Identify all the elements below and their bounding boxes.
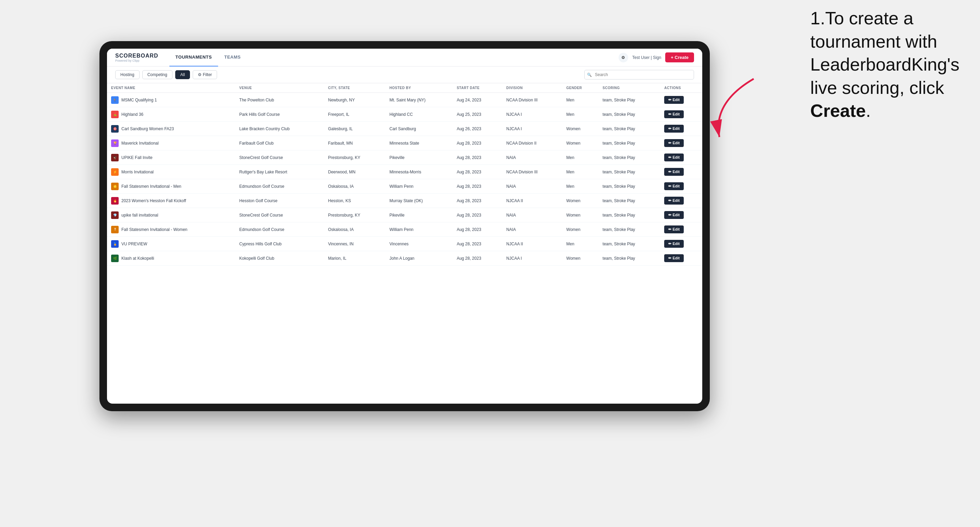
create-button[interactable]: + Create [665, 52, 694, 62]
hosted-by-cell: William Penn [385, 179, 453, 194]
actions-cell: ✏ Edit [660, 222, 702, 237]
division-cell: NAIA [502, 179, 562, 194]
competing-filter-btn[interactable]: Competing [142, 70, 172, 79]
event-name: Maverick Invitational [121, 141, 159, 146]
hosted-by-cell: Highland CC [385, 107, 453, 122]
user-text: Test User | Sign [632, 55, 661, 60]
date-cell: Aug 28, 2023 [453, 237, 502, 251]
venue-cell: Ruttger's Bay Lake Resort [235, 165, 324, 179]
event-name: Highland 36 [121, 112, 143, 117]
col-header-gender: GENDER [562, 83, 599, 93]
gender-cell: Men [562, 107, 599, 122]
settings-icon-btn[interactable]: ⚙ [619, 53, 628, 62]
event-name: MSMC Qualifying 1 [121, 98, 157, 102]
tablet-frame: SCOREBOARD Powered by Clipp TOURNAMENTS … [99, 41, 710, 411]
event-name-cell: 🦅 UPIKE Fall Invite [107, 151, 235, 165]
venue-cell: Edmundson Golf Course [235, 222, 324, 237]
gender-cell: Men [562, 237, 599, 251]
col-header-division: DIVISION [502, 83, 562, 93]
edit-button[interactable]: ✏ Edit [664, 197, 684, 205]
event-name: Morris Invitational [121, 170, 154, 175]
venue-cell: Park Hills Golf Course [235, 107, 324, 122]
gender-cell: Women [562, 222, 599, 237]
scoring-cell: team, Stroke Play [598, 151, 660, 165]
table-row: 🏆 Maverick Invitational Faribault Golf C… [107, 136, 702, 151]
gender-cell: Men [562, 151, 599, 165]
team-logo: 💎 [111, 211, 119, 219]
search-input[interactable] [584, 70, 694, 79]
gender-cell: Women [562, 194, 599, 208]
actions-cell: ✏ Edit [660, 179, 702, 194]
team-logo: 🏆 [111, 140, 119, 147]
actions-cell: ✏ Edit [660, 208, 702, 222]
hosted-by-cell: John A Logan [385, 251, 453, 265]
division-cell: NJCAA I [502, 122, 562, 136]
hosting-filter-btn[interactable]: Hosting [115, 70, 140, 79]
event-name: 2023 Women's Hesston Fall Kickoff [121, 198, 186, 203]
nav-link-tournaments[interactable]: TOURNAMENTS [169, 49, 218, 67]
date-cell: Aug 28, 2023 [453, 165, 502, 179]
date-cell: Aug 28, 2023 [453, 151, 502, 165]
actions-cell: ✏ Edit [660, 251, 702, 265]
edit-button[interactable]: ✏ Edit [664, 254, 684, 262]
division-cell: NCAA Division II [502, 136, 562, 151]
venue-cell: StoneCrest Golf Course [235, 208, 324, 222]
event-name-cell: 🏆 Maverick Invitational [107, 136, 235, 151]
team-logo: 🦅 [111, 154, 119, 161]
edit-button[interactable]: ✏ Edit [664, 139, 684, 147]
edit-button[interactable]: ✏ Edit [664, 182, 684, 190]
event-name-cell: 🌿 Klash at Kokopelli [107, 251, 235, 265]
date-cell: Aug 26, 2023 [453, 122, 502, 136]
table-row: 🌟 Fall Statesmen Invitational - Men Edmu… [107, 179, 702, 194]
logo-text: SCOREBOARD [115, 53, 158, 59]
city-cell: Oskaloosa, IA [324, 179, 385, 194]
date-cell: Aug 24, 2023 [453, 93, 502, 107]
actions-cell: ✏ Edit [660, 165, 702, 179]
edit-button[interactable]: ✏ Edit [664, 225, 684, 233]
event-name: UPIKE Fall Invite [121, 155, 153, 160]
team-logo: ⚡ [111, 168, 119, 176]
all-filter-btn[interactable]: All [175, 70, 190, 79]
hosted-by-cell: Vincennes [385, 237, 453, 251]
logo-sub: Powered by Clipp [115, 59, 158, 62]
venue-cell: Faribault Golf Club [235, 136, 324, 151]
scoring-cell: team, Stroke Play [598, 93, 660, 107]
event-name: VU PREVIEW [121, 241, 147, 246]
division-cell: NAIA [502, 151, 562, 165]
division-cell: NCAA Division III [502, 165, 562, 179]
table-row: 🏅 VU PREVIEW Cypress Hills Golf ClubVinc… [107, 237, 702, 251]
venue-cell: Hesston Golf Course [235, 194, 324, 208]
edit-button[interactable]: ✏ Edit [664, 125, 684, 133]
division-cell: NAIA [502, 208, 562, 222]
team-logo: 🎖 [111, 226, 119, 233]
table-row: ⚡ Morris Invitational Ruttger's Bay Lake… [107, 165, 702, 179]
hosted-by-cell: Mt. Saint Mary (NY) [385, 93, 453, 107]
edit-button[interactable]: ✏ Edit [664, 96, 684, 104]
table-row: 💎 upike fall invitational StoneCrest Gol… [107, 208, 702, 222]
settings-icon: ⚙ [621, 55, 625, 60]
actions-cell: ✏ Edit [660, 136, 702, 151]
event-name-cell: 🏅 VU PREVIEW [107, 237, 235, 251]
date-cell: Aug 28, 2023 [453, 194, 502, 208]
edit-button[interactable]: ✏ Edit [664, 154, 684, 161]
division-cell: NCAA Division III [502, 93, 562, 107]
city-cell: Faribault, MN [324, 136, 385, 151]
hosted-by-cell: Minnesota-Morris [385, 165, 453, 179]
edit-button[interactable]: ✏ Edit [664, 211, 684, 219]
date-cell: Aug 25, 2023 [453, 107, 502, 122]
annotation-text: 1.To create a tournament with Leaderboar… [810, 7, 959, 123]
edit-button[interactable]: ✏ Edit [664, 110, 684, 118]
col-header-venue: VENUE [235, 83, 324, 93]
edit-button[interactable]: ✏ Edit [664, 168, 684, 176]
nav-link-teams[interactable]: TEAMS [218, 49, 247, 67]
date-cell: Aug 28, 2023 [453, 222, 502, 237]
edit-button[interactable]: ✏ Edit [664, 240, 684, 248]
team-logo: 🏅 [111, 240, 119, 248]
event-name-cell: 🏌 MSMC Qualifying 1 [107, 93, 235, 107]
hosted-by-cell: Minnesota State [385, 136, 453, 151]
filter-options-btn[interactable]: ⚙ Filter [193, 70, 217, 79]
date-cell: Aug 28, 2023 [453, 179, 502, 194]
gender-cell: Women [562, 122, 599, 136]
event-name-cell: 🎖 Fall Statesmen Invitational - Women [107, 222, 235, 237]
hosted-by-cell: Murray State (OK) [385, 194, 453, 208]
